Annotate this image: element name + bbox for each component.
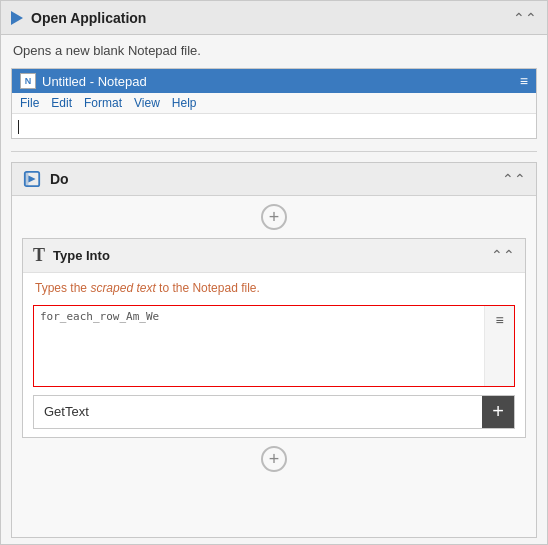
notepad-app-icon: N: [20, 73, 36, 89]
notepad-menu-icon[interactable]: ≡: [520, 73, 528, 89]
gettext-plus-button[interactable]: +: [482, 396, 514, 428]
main-container: Open Application ⌃⌃ Opens a new blank No…: [0, 0, 548, 545]
notepad-menu-edit[interactable]: Edit: [51, 96, 72, 110]
type-into-text-input-row: ≡: [33, 305, 515, 387]
notepad-content: [12, 114, 536, 138]
open-app-header-left: Open Application: [11, 10, 146, 26]
add-action-bottom-button[interactable]: +: [261, 446, 287, 472]
notepad-window: N Untitled - Notepad ≡ File Edit Format …: [11, 68, 537, 139]
svg-rect-1: [25, 171, 29, 185]
notepad-titlebar: N Untitled - Notepad ≡: [12, 69, 536, 93]
type-into-title: Type Into: [53, 248, 110, 263]
type-into-options-button[interactable]: ≡: [484, 306, 514, 386]
do-section: Do ⌃⌃ + T Type Into ⌃⌃ Types the scraped…: [11, 162, 537, 538]
type-into-header: T Type Into ⌃⌃: [23, 239, 525, 273]
do-title: Do: [50, 171, 69, 187]
gettext-label: GetText: [34, 398, 482, 425]
gettext-row: GetText +: [33, 395, 515, 429]
do-header: Do ⌃⌃: [12, 163, 536, 196]
type-into-desc-suffix: to the Notepad file.: [156, 281, 260, 295]
type-into-card: T Type Into ⌃⌃ Types the scraped text to…: [22, 238, 526, 438]
notepad-titlebar-left: N Untitled - Notepad: [20, 73, 147, 89]
do-icon: [22, 169, 42, 189]
type-icon: T: [33, 245, 45, 266]
notepad-menu-help[interactable]: Help: [172, 96, 197, 110]
collapse-do-button[interactable]: ⌃⌃: [502, 172, 526, 186]
play-icon: [11, 11, 23, 25]
open-app-description: Opens a new blank Notepad file.: [1, 35, 547, 64]
notepad-menubar: File Edit Format View Help: [12, 93, 536, 114]
notepad-title: Untitled - Notepad: [42, 74, 147, 89]
text-cursor: [18, 120, 19, 134]
do-header-left: Do: [22, 169, 69, 189]
notepad-menu-view[interactable]: View: [134, 96, 160, 110]
notepad-menu-format[interactable]: Format: [84, 96, 122, 110]
type-into-desc-prefix: Types the: [35, 281, 90, 295]
notepad-menu-file[interactable]: File: [20, 96, 39, 110]
open-app-header: Open Application ⌃⌃: [1, 1, 547, 35]
open-app-title: Open Application: [31, 10, 146, 26]
collapse-type-into-button[interactable]: ⌃⌃: [491, 248, 515, 262]
collapse-open-app-button[interactable]: ⌃⌃: [513, 11, 537, 25]
type-into-text-input[interactable]: [34, 306, 484, 386]
type-into-header-left: T Type Into: [33, 245, 110, 266]
add-action-top-button[interactable]: +: [261, 204, 287, 230]
divider: [11, 151, 537, 152]
type-into-desc-highlight: scraped text: [90, 281, 155, 295]
type-into-description: Types the scraped text to the Notepad fi…: [23, 273, 525, 301]
hamburger-icon: ≡: [495, 312, 503, 328]
